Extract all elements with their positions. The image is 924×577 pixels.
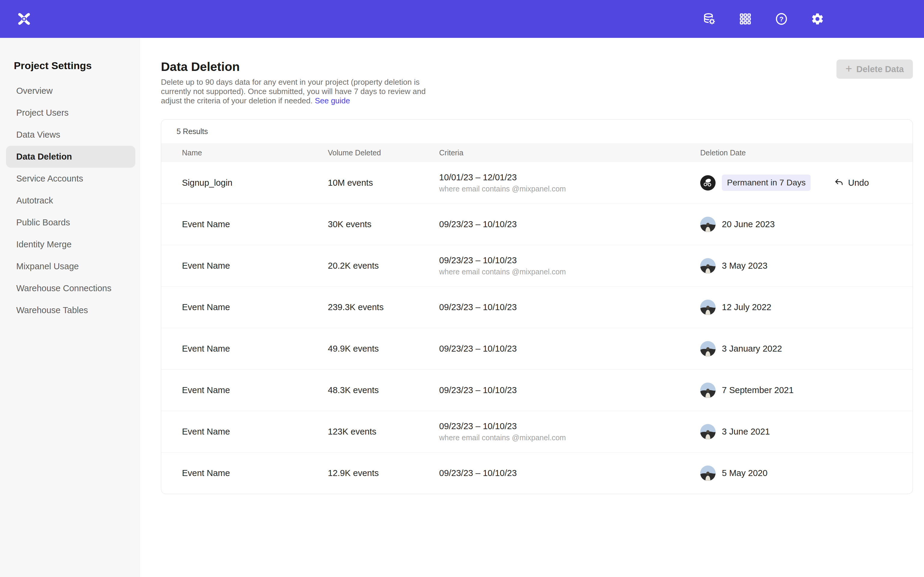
- criteria-cell: 09/23/23 – 10/10/23: [439, 219, 700, 229]
- deletion-date: 20 June 2023: [722, 219, 775, 229]
- deletion-date-cell: 12 July 2022: [700, 300, 913, 315]
- sidebar-item-mixpanel-usage[interactable]: Mixpanel Usage: [6, 255, 135, 277]
- sidebar-nav: OverviewProject UsersData ViewsData Dele…: [0, 80, 140, 321]
- sidebar-item-project-users[interactable]: Project Users: [6, 102, 135, 124]
- sidebar-item-autotrack[interactable]: Autotrack: [6, 190, 135, 211]
- criteria-cell: 09/23/23 – 10/10/23: [439, 468, 700, 478]
- main-content: Data Deletion Delete up to 90 days data …: [140, 38, 924, 577]
- deletion-date: 7 September 2021: [722, 385, 794, 395]
- user-avatar: [700, 300, 716, 315]
- criteria-cell: 09/23/23 – 10/10/23: [439, 302, 700, 312]
- criteria-range: 09/23/23 – 10/10/23: [439, 385, 700, 395]
- criteria-range: 09/23/23 – 10/10/23: [439, 219, 700, 229]
- table-row[interactable]: Event Name 30K events 09/23/23 – 10/10/2…: [161, 203, 913, 245]
- volume-deleted: 30K events: [328, 219, 439, 229]
- event-name: Signup_login: [182, 178, 328, 188]
- see-guide-link[interactable]: See guide: [315, 96, 350, 105]
- column-header-volume: Volume Deleted: [328, 148, 439, 157]
- criteria-range: 09/23/23 – 10/10/23: [439, 468, 700, 478]
- volume-deleted: 10M events: [328, 178, 439, 188]
- deletion-date: 3 January 2022: [722, 344, 782, 354]
- sidebar-item-data-views[interactable]: Data Views: [6, 124, 135, 146]
- criteria-cell: 10/01/23 – 12/01/23 where email contains…: [439, 172, 700, 193]
- volume-deleted: 12.9K events: [328, 468, 439, 478]
- table-row[interactable]: Event Name 239.3K events 09/23/23 – 10/1…: [161, 286, 913, 328]
- sidebar-item-warehouse-connections[interactable]: Warehouse Connections: [6, 277, 135, 299]
- deletion-date: 12 July 2022: [722, 302, 771, 312]
- undo-button[interactable]: Undo: [834, 177, 869, 188]
- table-row[interactable]: Signup_login 10M events 10/01/23 – 12/01…: [161, 162, 913, 203]
- data-settings-icon[interactable]: [703, 12, 716, 26]
- user-avatar: [700, 424, 716, 439]
- sidebar-item-identity-merge[interactable]: Identity Merge: [6, 234, 135, 255]
- results-count: 5 Results: [161, 119, 913, 143]
- criteria-range: 10/01/23 – 12/01/23: [439, 172, 700, 182]
- table-row[interactable]: Event Name 49.9K events 09/23/23 – 10/10…: [161, 328, 913, 369]
- deletion-date-cell: 3 January 2022: [700, 341, 913, 356]
- delete-data-button[interactable]: + Delete Data: [837, 60, 913, 79]
- volume-deleted: 123K events: [328, 427, 439, 437]
- event-name: Event Name: [182, 261, 328, 271]
- help-icon[interactable]: ?: [775, 12, 788, 26]
- criteria-range: 09/23/23 – 10/10/23: [439, 344, 700, 354]
- column-header-criteria: Criteria: [439, 148, 700, 157]
- event-name: Event Name: [182, 302, 328, 312]
- event-name: Event Name: [182, 344, 328, 354]
- deletion-date-cell: 20 June 2023: [700, 217, 913, 232]
- event-name: Event Name: [182, 385, 328, 395]
- user-avatar: [700, 217, 716, 232]
- deletion-date-cell: 7 September 2021: [700, 382, 913, 398]
- criteria-filter: where email contains @mixpanel.com: [439, 185, 700, 193]
- criteria-range: 09/23/23 – 10/10/23: [439, 421, 700, 431]
- deletion-date-cell: 3 June 2021: [700, 424, 913, 439]
- criteria-cell: 09/23/23 – 10/10/23 where email contains…: [439, 255, 700, 276]
- volume-deleted: 20.2K events: [328, 261, 439, 271]
- criteria-cell: 09/23/23 – 10/10/23 where email contains…: [439, 421, 700, 442]
- criteria-filter: where email contains @mixpanel.com: [439, 434, 700, 442]
- page-description: Delete up to 90 days data for any event …: [161, 77, 426, 105]
- deletion-date: 3 June 2021: [722, 427, 770, 437]
- sidebar-item-warehouse-tables[interactable]: Warehouse Tables: [6, 299, 135, 321]
- settings-sidebar: Project Settings OverviewProject UsersDa…: [0, 38, 140, 577]
- user-avatar: [700, 466, 716, 481]
- mixpanel-logo-icon[interactable]: [17, 12, 31, 26]
- sidebar-item-service-accounts[interactable]: Service Accounts: [6, 168, 135, 190]
- sidebar-title: Project Settings: [14, 59, 140, 72]
- criteria-filter: where email contains @mixpanel.com: [439, 268, 700, 276]
- deletion-date-cell: 3 May 2023: [700, 258, 913, 274]
- sidebar-item-overview[interactable]: Overview: [6, 80, 135, 102]
- deletion-table-card: 5 Results Name Volume Deleted Criteria D…: [161, 119, 913, 494]
- deletion-date: 5 May 2020: [722, 468, 767, 478]
- apps-grid-icon[interactable]: [739, 12, 752, 26]
- volume-deleted: 48.3K events: [328, 385, 439, 395]
- event-name: Event Name: [182, 219, 328, 229]
- table-header-row: Name Volume Deleted Criteria Deletion Da…: [161, 143, 913, 162]
- page-title: Data Deletion: [161, 60, 426, 74]
- deletion-date: 3 May 2023: [722, 261, 767, 271]
- table-row[interactable]: Event Name 48.3K events 09/23/23 – 10/10…: [161, 369, 913, 411]
- topbar-icon-group: ?: [703, 12, 824, 26]
- column-header-deletion-date: Deletion Date: [700, 148, 913, 157]
- table-row[interactable]: Event Name 12.9K events 09/23/23 – 10/10…: [161, 452, 913, 494]
- volume-deleted: 239.3K events: [328, 302, 439, 312]
- deletion-date-cell: 5 May 2020: [700, 466, 913, 481]
- settings-icon[interactable]: [811, 12, 824, 26]
- top-navigation-bar: ?: [0, 0, 924, 38]
- user-avatar: [700, 175, 716, 190]
- criteria-range: 09/23/23 – 10/10/23: [439, 302, 700, 312]
- table-row[interactable]: Event Name 123K events 09/23/23 – 10/10/…: [161, 411, 913, 452]
- event-name: Event Name: [182, 468, 328, 478]
- criteria-range: 09/23/23 – 10/10/23: [439, 255, 700, 265]
- volume-deleted: 49.9K events: [328, 344, 439, 354]
- event-name: Event Name: [182, 427, 328, 437]
- sidebar-item-public-boards[interactable]: Public Boards: [6, 211, 135, 234]
- svg-text:?: ?: [779, 15, 783, 23]
- sidebar-item-data-deletion[interactable]: Data Deletion: [6, 146, 135, 168]
- table-row[interactable]: Event Name 20.2K events 09/23/23 – 10/10…: [161, 245, 913, 286]
- undo-icon: [834, 177, 844, 188]
- user-avatar: [700, 341, 716, 356]
- column-header-name: Name: [182, 148, 328, 157]
- deletion-date-cell: Permanent in 7 Days Undo: [700, 175, 913, 191]
- criteria-cell: 09/23/23 – 10/10/23: [439, 385, 700, 395]
- criteria-cell: 09/23/23 – 10/10/23: [439, 344, 700, 354]
